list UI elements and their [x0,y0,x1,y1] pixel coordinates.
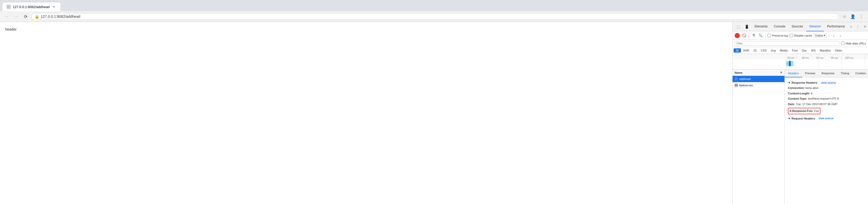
type-filter-other[interactable]: Other [833,48,844,53]
request-favicon-addhead [735,77,738,81]
request-list-header: Name ✕ [733,70,784,76]
timeline-label-20ms: 20 ms [787,56,794,59]
highlighted-header: X-Response-Foo: Foo [788,108,820,114]
headers-content: ▼ Response Headers view source Connectio… [785,77,868,204]
record-button[interactable] [735,33,740,38]
type-filter-js[interactable]: JS [751,48,758,53]
separator3 [829,33,829,38]
type-filter-all[interactable]: All [734,48,741,53]
header-content-length: Content-Length: 6 [788,91,865,96]
type-filter-ws[interactable]: WS [809,48,818,53]
lock-icon: 🔒 [35,15,39,19]
tab-performance[interactable]: Performance [824,22,848,31]
forward-button[interactable]: → [12,13,20,20]
preserve-log-checkbox[interactable] [768,34,771,37]
menu-button[interactable]: ⋮ [858,13,865,20]
detail-tab-preview[interactable]: Preview [802,70,818,77]
separator [749,33,749,38]
tab-close-button[interactable]: ✕ [52,4,56,9]
bookmark-button[interactable]: ☆ [841,13,848,20]
type-filter-manifest[interactable]: Manifest [818,48,833,53]
export-button[interactable]: ↓ [838,33,843,38]
request-headers-toggle[interactable]: ▼ Request Headers [788,117,815,120]
main-layout: header ⬚ 📱 Elements Console Sources Netw… [0,22,868,204]
tab-sources[interactable]: Sources [788,22,806,31]
more-tabs-button[interactable]: » [848,25,854,28]
devtools-tab-icons: ⬚ 📱 [734,23,751,30]
request-name-addhead: addhead [739,77,750,81]
throttle-select[interactable]: Online ▾ [814,33,827,38]
tab-network[interactable]: Network [806,22,824,31]
chevron-down-icon: ▾ [824,34,826,37]
header-date: Date: Tue, 17 Dec 2019 08:07:36 GMT [788,101,865,107]
tab-title: 127.0.0.1:8082/addhead [13,5,50,9]
header-x-response-foo: X-Response-Foo: Foo [788,107,865,115]
reload-button[interactable]: ⟳ [22,13,29,20]
network-content: Name ✕ addhead favicon.ico Headers Previ [733,70,868,204]
preserve-log-label[interactable]: Preserve log [768,34,788,37]
timeline-label-40ms: 40 ms [802,56,809,59]
request-headers-title: ▼ Request Headers view source [788,117,865,120]
disable-cache-checkbox[interactable] [790,34,793,37]
request-item-favicon[interactable]: favicon.ico [733,82,784,88]
detail-panel: Headers Preview Response Timing Cookies … [785,70,868,204]
request-list: Name ✕ addhead favicon.ico [733,70,785,204]
device-icon[interactable]: 📱 [743,23,750,30]
filter-button[interactable]: ⚗ [751,33,756,38]
tab-bar: 127.0.0.1:8082/addhead ✕ [0,0,868,11]
tab-console[interactable]: Console [771,22,788,31]
network-toolbar: 🚫 ⚗ 🔍 Preserve log Disable cache Online … [733,31,868,40]
type-filter-xhr[interactable]: XHR [741,48,751,53]
page-content: header [0,22,732,204]
detail-tab-headers[interactable]: Headers [785,70,802,77]
response-headers-toggle[interactable]: ▼ Response Headers [788,81,817,84]
type-filter-img[interactable]: Img [769,48,778,53]
type-filter-media[interactable]: Media [778,48,790,53]
request-item-addhead[interactable]: addhead [733,76,784,82]
hide-data-urls-checkbox[interactable] [841,42,844,45]
filter-input[interactable] [735,41,840,46]
type-filter-css[interactable]: CSS [758,48,769,53]
request-favicon-favicon [735,84,738,87]
import-button[interactable]: ↑ [831,33,836,38]
address-input[interactable] [41,15,835,19]
detail-tab-response[interactable]: Response [818,70,838,77]
toolbar-right: ☆ 👤 ⋮ [841,13,865,20]
header-content-type: Content-Type: text/html;charset=UTF-8 [788,96,865,101]
close-detail-icon[interactable]: ✕ [780,71,782,74]
browser-toolbar: ← → ⟳ 🔒 ☆ 👤 ⋮ [0,11,868,22]
filter-bar: Hide data URLs [733,40,868,47]
type-filter-doc[interactable]: Doc [800,48,809,53]
detail-tab-timing[interactable]: Timing [837,70,852,77]
search-button[interactable]: 🔍 [758,33,763,38]
profile-button[interactable]: 👤 [849,13,857,20]
active-tab[interactable]: 127.0.0.1:8082/addhead ✕ [2,2,61,11]
timeline-area: 20 ms 40 ms 60 ms 80 ms 100 ms [733,54,868,70]
devtools-tabs: ⬚ 📱 Elements Console Sources Network Per… [733,22,868,31]
clear-button[interactable]: 🚫 [741,33,747,38]
devtools-close-button[interactable]: ✕ [862,25,868,28]
tab-favicon [6,5,11,9]
timeline-label-100ms: 100 ms [845,56,854,59]
timeline-label-60ms: 60 ms [816,56,824,59]
back-button[interactable]: ← [3,13,10,20]
view-source-link[interactable]: view source [821,81,836,84]
detail-tabs: Headers Preview Response Timing Cookies [785,70,868,77]
request-view-source-link[interactable]: view source [819,117,834,120]
type-filter-bar: All XHR JS CSS Img Media Font Doc WS Man… [733,47,868,54]
request-name-favicon: favicon.ico [739,84,753,87]
browser-chrome: 127.0.0.1:8082/addhead ✕ ← → ⟳ 🔒 ☆ 👤 ⋮ [0,0,868,22]
disable-cache-label[interactable]: Disable cache [790,34,812,37]
response-headers-title: ▼ Response Headers view source [788,81,865,84]
devtools-panel: ⬚ 📱 Elements Console Sources Network Per… [732,22,868,204]
page-header: header [5,27,727,31]
hide-data-urls-label[interactable]: Hide data URLs [841,42,866,45]
timeline-label-80ms: 80 ms [831,56,838,59]
address-bar[interactable]: 🔒 [31,13,839,20]
detail-tab-cookies[interactable]: Cookies [852,70,868,77]
inspect-icon[interactable]: ⬚ [735,23,742,30]
devtools-settings-button[interactable]: ⋮ [854,25,862,28]
tab-elements[interactable]: Elements [751,22,771,31]
type-filter-font[interactable]: Font [790,48,800,53]
separator2 [765,33,766,38]
